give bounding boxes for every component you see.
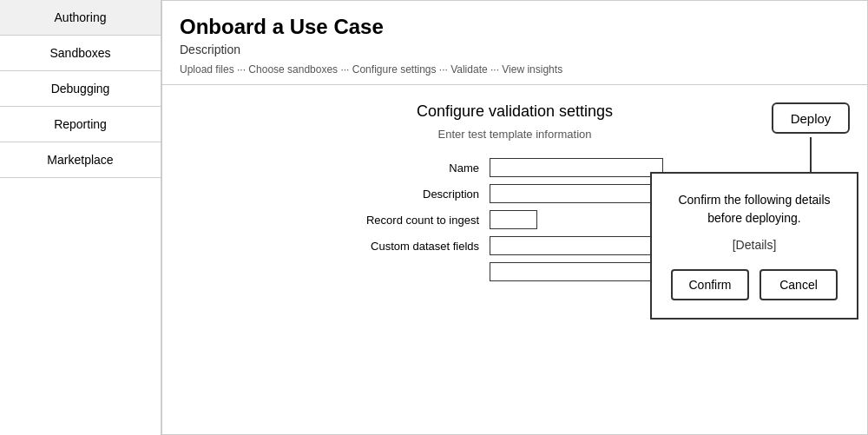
description-input[interactable] — [490, 184, 663, 203]
sidebar-item-reporting[interactable]: Reporting — [0, 107, 161, 142]
form-subtitle: Enter test template information — [437, 128, 591, 141]
name-input[interactable] — [490, 158, 663, 177]
confirm-buttons: Confirm Cancel — [671, 269, 838, 300]
form-title: Configure validation settings — [417, 102, 613, 121]
sidebar-item-debugging[interactable]: Debugging — [0, 71, 161, 107]
field-label-name: Name — [361, 155, 484, 181]
custom-dataset-input[interactable] — [490, 236, 663, 255]
confirm-message: Confirm the following details before dep… — [669, 191, 839, 227]
arrow-line — [810, 137, 812, 172]
sidebar-item-sandboxes[interactable]: Sandboxes — [0, 36, 161, 71]
content-area: Configure validation settings Enter test… — [162, 85, 867, 434]
sidebar-item-marketplace[interactable]: Marketplace — [0, 142, 161, 178]
table-row — [361, 259, 668, 285]
sidebar-item-authoring[interactable]: Authoring — [0, 0, 161, 36]
table-row: Name — [361, 155, 668, 181]
breadcrumb: Upload files ··· Choose sandboxes ··· Co… — [180, 63, 850, 76]
table-row: Record count to ingest — [361, 207, 668, 233]
extra-field-input[interactable] — [490, 262, 663, 281]
field-label-description: Description — [361, 181, 484, 207]
page-description: Description — [180, 43, 850, 56]
sidebar: Authoring Sandboxes Debugging Reporting … — [0, 0, 161, 435]
record-count-input[interactable] — [490, 210, 537, 229]
field-label-custom-dataset: Custom dataset fields — [361, 233, 484, 259]
confirm-button[interactable]: Confirm — [671, 269, 749, 300]
confirm-dialog: Confirm the following details before dep… — [650, 172, 858, 320]
page-header: Onboard a Use Case Description Upload fi… — [162, 1, 867, 85]
cancel-button[interactable]: Cancel — [760, 269, 838, 300]
table-row: Description — [361, 181, 668, 207]
deploy-button[interactable]: Deploy — [772, 102, 850, 134]
form-table: Name Description Record count to ingest … — [361, 155, 668, 285]
field-label-record-count: Record count to ingest — [361, 207, 484, 233]
deploy-area: Deploy — [772, 102, 850, 182]
page-title: Onboard a Use Case — [180, 15, 850, 39]
confirm-details: [Details] — [733, 238, 777, 252]
main-content: Onboard a Use Case Description Upload fi… — [161, 0, 868, 435]
table-row: Custom dataset fields — [361, 233, 668, 259]
